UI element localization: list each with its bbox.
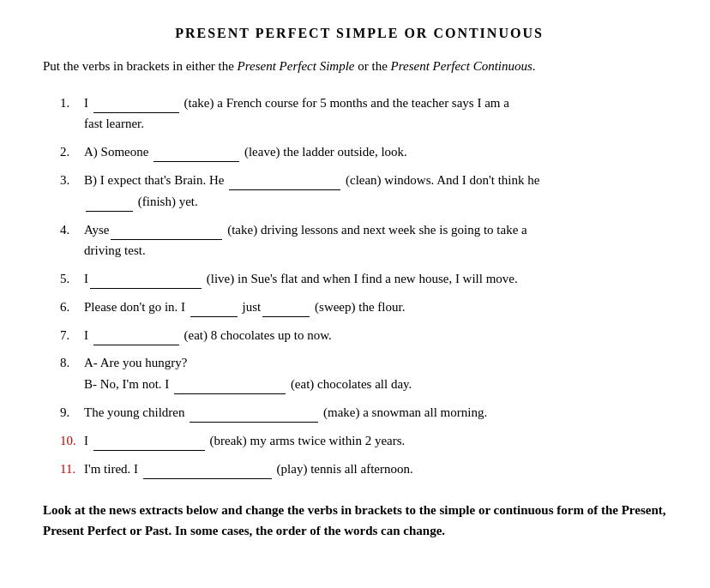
item-number: 4. [60, 219, 84, 240]
item-number: 2. [60, 141, 84, 162]
blank [262, 296, 310, 317]
continuation: driving test. [60, 240, 676, 261]
italic-1: Present Perfect Simple [238, 59, 355, 73]
blank [86, 190, 133, 212]
continuation: fast learner. [60, 113, 676, 134]
list-item: 6. Please don't go in. I just (sweep) th… [60, 296, 676, 317]
list-item: 10. I (break) my arms twice within 2 yea… [60, 429, 676, 451]
continuation: B- No, I'm not. I (eat) chocolates all d… [60, 373, 676, 394]
list-item: 7. I (eat) 8 chocolates up to now. [60, 324, 676, 345]
blank [174, 373, 286, 394]
page-title: PRESENT PERFECT SIMPLE OR CONTINUOUS [43, 26, 676, 41]
list-item: 2. A) Someone (leave) the ladder outside… [60, 141, 676, 162]
blank [153, 141, 239, 162]
blank [93, 92, 179, 113]
list-item: 8. A- Are you hungry? B- No, I'm not. I … [60, 352, 676, 394]
exercise-list: 1. I (take) a French course for 5 months… [60, 92, 676, 479]
italic-2: Present Perfect Continuous [391, 59, 532, 73]
item-number: 9. [60, 402, 84, 423]
item-number: 7. [60, 325, 84, 345]
blank [90, 267, 202, 289]
item-number: 8. [60, 352, 84, 373]
item-number: 3. [60, 170, 84, 190]
item-number: 6. [60, 297, 84, 317]
item-number: 1. [60, 93, 84, 113]
bottom-instructions: Look at the news extracts below and chan… [43, 500, 676, 541]
item-number: 10. [60, 430, 84, 451]
list-item: 5. I (live) in Sue's flat and when I fin… [60, 267, 676, 289]
list-item: 1. I (take) a French course for 5 months… [60, 92, 676, 134]
list-item: 11. I'm tired. I (play) tennis all after… [60, 458, 676, 479]
instructions: Put the verbs in brackets in either the … [43, 57, 676, 76]
blank [190, 296, 238, 317]
blank [190, 401, 318, 423]
list-item: 4. Ayse (take) driving lessons and next … [60, 219, 676, 261]
item-number: 5. [60, 268, 84, 289]
continuation: (finish) yet. [60, 190, 676, 212]
blank [111, 219, 222, 240]
list-item: 3. B) I expect that's Brain. He (clean) … [60, 169, 676, 212]
item-number: 11. [60, 459, 84, 479]
blank [229, 169, 340, 190]
blank [93, 429, 205, 451]
list-item: 9. The young children (make) a snowman a… [60, 401, 676, 423]
blank [143, 458, 272, 479]
blank [93, 324, 179, 345]
